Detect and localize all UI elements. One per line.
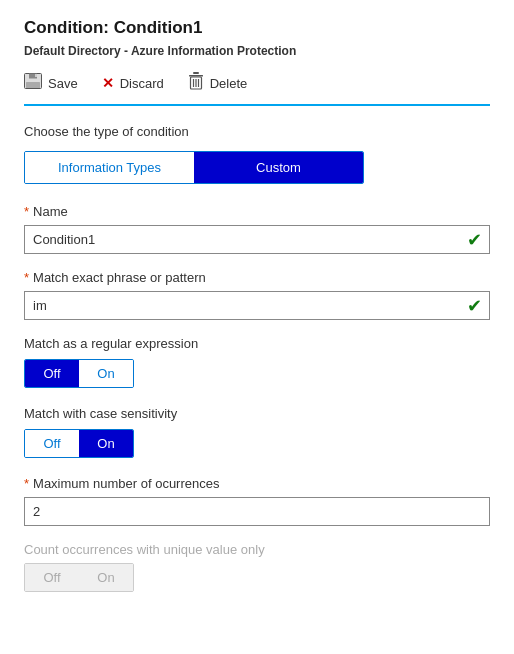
unique-value-label: Count occurrences with unique value only: [24, 542, 490, 557]
name-input-wrapper: ✔: [24, 225, 490, 254]
name-label: *Name: [24, 204, 490, 219]
svg-rect-5: [189, 75, 203, 77]
save-icon: [24, 73, 42, 93]
max-occurrences-label: *Maximum number of ocurrences: [24, 476, 490, 491]
delete-label: Delete: [210, 76, 248, 91]
phrase-required-star: *: [24, 270, 29, 285]
page-title: Condition: Condition1: [24, 18, 490, 38]
discard-icon: ✕: [102, 75, 114, 91]
unique-on-button: On: [79, 564, 133, 591]
unique-off-button: Off: [25, 564, 79, 591]
max-required-star: *: [24, 476, 29, 491]
tab-custom[interactable]: Custom: [194, 152, 363, 183]
name-input[interactable]: [24, 225, 490, 254]
regex-on-button[interactable]: On: [79, 360, 133, 387]
unique-value-section: Count occurrences with unique value only…: [24, 542, 490, 592]
case-label: Match with case sensitivity: [24, 406, 490, 421]
svg-rect-3: [35, 74, 37, 77]
max-occurrences-group: *Maximum number of ocurrences: [24, 476, 490, 526]
page-subtitle: Default Directory - Azure Information Pr…: [24, 44, 490, 58]
save-button[interactable]: Save: [24, 73, 78, 93]
regex-toggle-group: Off On: [24, 359, 134, 388]
condition-type-label: Choose the type of condition: [24, 124, 490, 139]
regex-label: Match as a regular expression: [24, 336, 490, 351]
save-label: Save: [48, 76, 78, 91]
toolbar: Save ✕ Discard Delete: [24, 72, 490, 106]
regex-section: Match as a regular expression Off On: [24, 336, 490, 388]
delete-icon: [188, 72, 204, 94]
delete-button[interactable]: Delete: [188, 72, 248, 94]
page-container: Condition: Condition1 Default Directory …: [0, 0, 514, 634]
name-field-group: *Name ✔: [24, 204, 490, 254]
phrase-label: *Match exact phrase or pattern: [24, 270, 490, 285]
discard-button[interactable]: ✕ Discard: [102, 75, 164, 91]
unique-value-toggle-group: Off On: [24, 563, 134, 592]
phrase-input-wrapper: ✔: [24, 291, 490, 320]
tab-information-types[interactable]: Information Types: [25, 152, 194, 183]
case-off-button[interactable]: Off: [25, 430, 79, 457]
case-toggle-group: Off On: [24, 429, 134, 458]
max-occurrences-input[interactable]: [24, 497, 490, 526]
svg-rect-2: [26, 82, 40, 88]
regex-off-button[interactable]: Off: [25, 360, 79, 387]
case-section: Match with case sensitivity Off On: [24, 406, 490, 458]
svg-rect-4: [193, 72, 199, 74]
case-on-button[interactable]: On: [79, 430, 133, 457]
phrase-field-group: *Match exact phrase or pattern ✔: [24, 270, 490, 320]
name-required-star: *: [24, 204, 29, 219]
discard-label: Discard: [120, 76, 164, 91]
condition-type-tabs: Information Types Custom: [24, 151, 364, 184]
phrase-input[interactable]: [24, 291, 490, 320]
